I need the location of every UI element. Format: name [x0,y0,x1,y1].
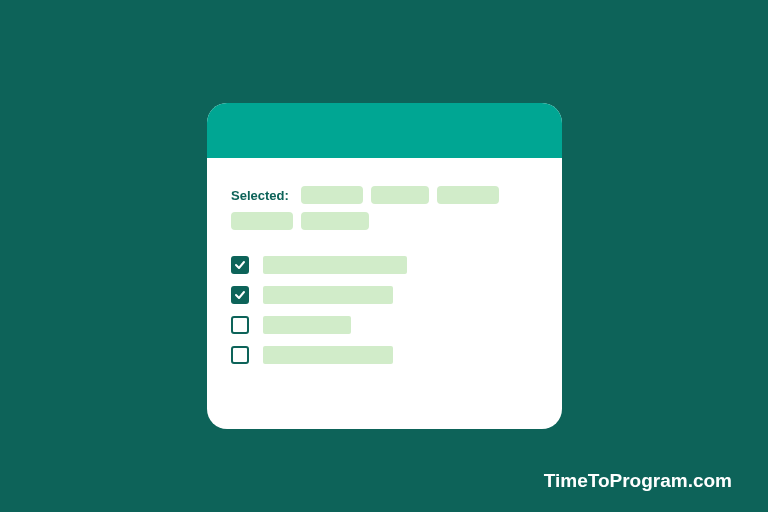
selected-chip[interactable] [301,212,369,230]
list-item [231,286,538,304]
card-header [207,103,562,158]
selected-chip[interactable] [301,186,363,204]
check-icon [234,289,246,301]
list-item [231,256,538,274]
selected-chip[interactable] [437,186,499,204]
item-label [263,286,393,304]
list-item [231,316,538,334]
selected-chip[interactable] [371,186,429,204]
check-icon [234,259,246,271]
checkbox-checked[interactable] [231,256,249,274]
list-item [231,346,538,364]
selected-label: Selected: [231,188,289,203]
selected-chips-row: Selected: [231,186,538,230]
item-label [263,316,351,334]
checkbox-checked[interactable] [231,286,249,304]
selection-card: Selected: [207,103,562,429]
checkbox-list [231,256,538,364]
brand-text: TimeToProgram.com [544,470,732,492]
card-body: Selected: [207,158,562,384]
item-label [263,256,407,274]
item-label [263,346,393,364]
checkbox-unchecked[interactable] [231,316,249,334]
selected-chip[interactable] [231,212,293,230]
checkbox-unchecked[interactable] [231,346,249,364]
